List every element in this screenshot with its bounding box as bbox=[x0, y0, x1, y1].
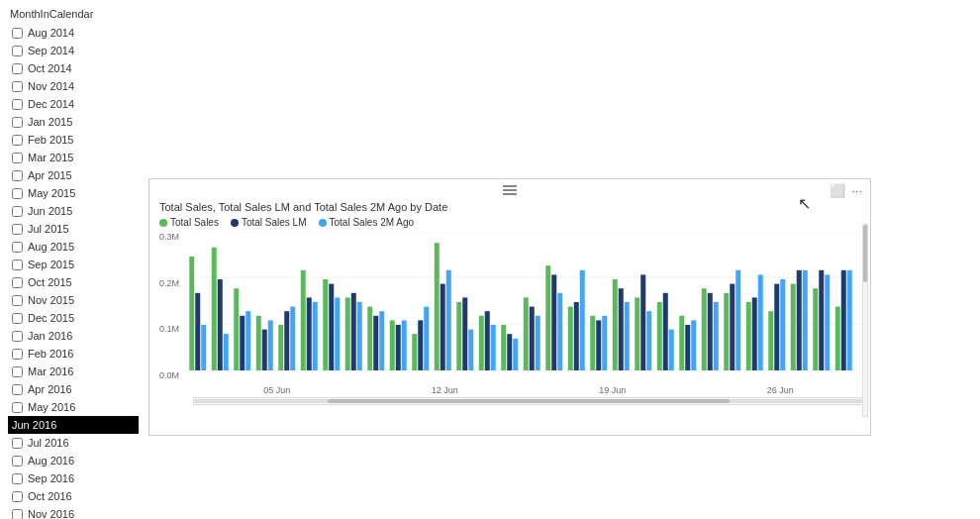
sidebar-item-nov-2016[interactable]: Nov 2016 bbox=[8, 505, 139, 519]
bar-group19-series1 bbox=[619, 288, 624, 370]
sidebar-checkbox-10[interactable] bbox=[12, 206, 23, 217]
bar-group14-series1 bbox=[507, 334, 512, 370]
sidebar-checkbox-19[interactable] bbox=[12, 366, 23, 377]
bar-group28-series0 bbox=[813, 288, 818, 370]
bar-group25-series0 bbox=[746, 302, 751, 370]
bar-group5-series2 bbox=[313, 302, 318, 370]
legend-item-lm: Total Sales LM bbox=[231, 217, 307, 228]
sidebar-label-18: Feb 2016 bbox=[28, 346, 73, 362]
bar-group15-series0 bbox=[524, 297, 529, 370]
sidebar-item-oct-2015[interactable]: Oct 2015 bbox=[8, 273, 139, 291]
sidebar-item-sep-2016[interactable]: Sep 2016 bbox=[8, 469, 139, 487]
expand-icon[interactable]: ⬜ bbox=[830, 183, 845, 198]
sidebar-item-jan-2016[interactable]: Jan 2016 bbox=[8, 327, 139, 345]
sidebar-checkbox-3[interactable] bbox=[12, 81, 23, 92]
sidebar-checkbox-4[interactable] bbox=[12, 99, 23, 110]
sidebar-checkbox-17[interactable] bbox=[12, 331, 23, 342]
sidebar-checkbox-9[interactable] bbox=[12, 188, 23, 199]
bar-group4-series2 bbox=[290, 307, 295, 370]
bar-group6-series0 bbox=[323, 279, 328, 370]
sidebar-label-1: Sep 2014 bbox=[28, 43, 74, 58]
bar-group5-series1 bbox=[307, 297, 312, 370]
sidebar-checkbox-11[interactable] bbox=[12, 224, 23, 235]
sidebar-label-27: Nov 2016 bbox=[28, 506, 74, 519]
bar-group4-series0 bbox=[278, 325, 283, 370]
sidebar-item-oct-2016[interactable]: Oct 2016 bbox=[8, 487, 139, 505]
bar-group16-series0 bbox=[545, 265, 550, 370]
sidebar-checkbox-2[interactable] bbox=[12, 63, 23, 74]
sidebar-checkbox-1[interactable] bbox=[12, 46, 23, 56]
bar-group11-series2 bbox=[446, 270, 451, 370]
sidebar-checkbox-24[interactable] bbox=[12, 456, 23, 467]
sidebar-item-aug-2015[interactable]: Aug 2015 bbox=[8, 238, 139, 256]
x-label-26jun: 26 Jun bbox=[767, 385, 794, 395]
sidebar-checkbox-0[interactable] bbox=[12, 28, 23, 39]
sidebar-item-mar-2015[interactable]: Mar 2015 bbox=[8, 149, 139, 166]
sidebar-checkbox-6[interactable] bbox=[12, 135, 23, 146]
sidebar-checkbox-18[interactable] bbox=[12, 349, 23, 360]
bar-group6-series2 bbox=[335, 297, 340, 370]
bar-group17-series1 bbox=[574, 302, 579, 370]
sidebar-checkbox-21[interactable] bbox=[12, 402, 23, 413]
sidebar-item-aug-2016[interactable]: Aug 2016 bbox=[8, 452, 139, 469]
sidebar-checkbox-23[interactable] bbox=[12, 438, 23, 449]
legend-label-2m: Total Sales 2M Ago bbox=[330, 217, 415, 228]
sidebar-item-jul-2015[interactable]: Jul 2015 bbox=[8, 220, 139, 238]
bar-group16-series1 bbox=[551, 274, 556, 370]
sidebar-item-sep-2015[interactable]: Sep 2015 bbox=[8, 256, 139, 273]
sidebar-checkbox-14[interactable] bbox=[12, 277, 23, 288]
sidebar-label-9: May 2015 bbox=[28, 185, 75, 201]
bar-group21-series1 bbox=[663, 293, 668, 370]
main-content: ⬜ ··· ↖ Total Sales, Total Sales LM and … bbox=[139, 0, 980, 519]
sidebar-checkbox-7[interactable] bbox=[12, 153, 23, 163]
sidebar-checkbox-15[interactable] bbox=[12, 295, 23, 306]
bar-group27-series1 bbox=[797, 270, 802, 370]
sidebar-item-nov-2015[interactable]: Nov 2015 bbox=[8, 291, 139, 309]
sidebar-checkbox-16[interactable] bbox=[12, 313, 23, 324]
chart-svg bbox=[187, 232, 864, 370]
sidebar-label-0: Aug 2014 bbox=[28, 25, 74, 41]
sidebar-item-jul-2016[interactable]: Jul 2016 bbox=[8, 434, 139, 452]
chart-hamburger-menu[interactable] bbox=[503, 185, 517, 195]
bar-group20-series1 bbox=[640, 274, 645, 370]
sidebar-item-jun-2016[interactable]: Jun 2016 bbox=[8, 416, 139, 434]
sidebar-label-23: Jul 2016 bbox=[28, 435, 69, 451]
sidebar-item-sep-2014[interactable]: Sep 2014 bbox=[8, 42, 139, 59]
sidebar-checkbox-13[interactable] bbox=[12, 260, 23, 270]
sidebar-item-feb-2016[interactable]: Feb 2016 bbox=[8, 345, 139, 363]
bar-group7-series2 bbox=[357, 302, 362, 370]
x-label-12jun: 12 Jun bbox=[432, 385, 458, 395]
sidebar-item-apr-2015[interactable]: Apr 2015 bbox=[8, 166, 139, 184]
sidebar-item-dec-2015[interactable]: Dec 2015 bbox=[8, 309, 139, 327]
bar-group10-series0 bbox=[412, 334, 417, 370]
sidebar-label-6: Feb 2015 bbox=[28, 132, 73, 148]
sidebar-item-nov-2014[interactable]: Nov 2014 bbox=[8, 77, 139, 95]
sidebar-item-dec-2014[interactable]: Dec 2014 bbox=[8, 95, 139, 113]
sidebar-checkbox-27[interactable] bbox=[12, 509, 23, 520]
sidebar-item-may-2015[interactable]: May 2015 bbox=[8, 184, 139, 202]
bar-group20-series0 bbox=[635, 297, 639, 370]
sidebar-checkbox-25[interactable] bbox=[12, 473, 23, 484]
bar-group14-series0 bbox=[501, 325, 506, 370]
sidebar-item-may-2016[interactable]: May 2016 bbox=[8, 398, 139, 416]
bar-group19-series2 bbox=[625, 302, 630, 370]
sidebar-checkbox-8[interactable] bbox=[12, 170, 23, 181]
sidebar-checkbox-5[interactable] bbox=[12, 117, 23, 128]
sidebar-item-feb-2015[interactable]: Feb 2015 bbox=[8, 131, 139, 149]
sidebar-checkbox-12[interactable] bbox=[12, 242, 23, 253]
bar-group13-series0 bbox=[479, 316, 484, 370]
bar-group23-series2 bbox=[714, 302, 719, 370]
sidebar-item-apr-2016[interactable]: Apr 2016 bbox=[8, 380, 139, 398]
sidebar-item-aug-2014[interactable]: Aug 2014 bbox=[8, 24, 139, 42]
sidebar-label-13: Sep 2015 bbox=[28, 257, 74, 272]
sidebar-item-jun-2015[interactable]: Jun 2015 bbox=[8, 202, 139, 220]
sidebar-label-10: Jun 2015 bbox=[28, 203, 72, 219]
bar-group29-series2 bbox=[847, 270, 852, 370]
more-options-icon[interactable]: ··· bbox=[851, 183, 862, 198]
sidebar-checkbox-26[interactable] bbox=[12, 491, 23, 502]
sidebar-item-jan-2015[interactable]: Jan 2015 bbox=[8, 113, 139, 131]
sidebar-checkbox-20[interactable] bbox=[12, 384, 23, 395]
sidebar-item-mar-2016[interactable]: Mar 2016 bbox=[8, 363, 139, 380]
bar-group18-series2 bbox=[602, 316, 607, 370]
sidebar-item-oct-2014[interactable]: Oct 2014 bbox=[8, 59, 139, 77]
